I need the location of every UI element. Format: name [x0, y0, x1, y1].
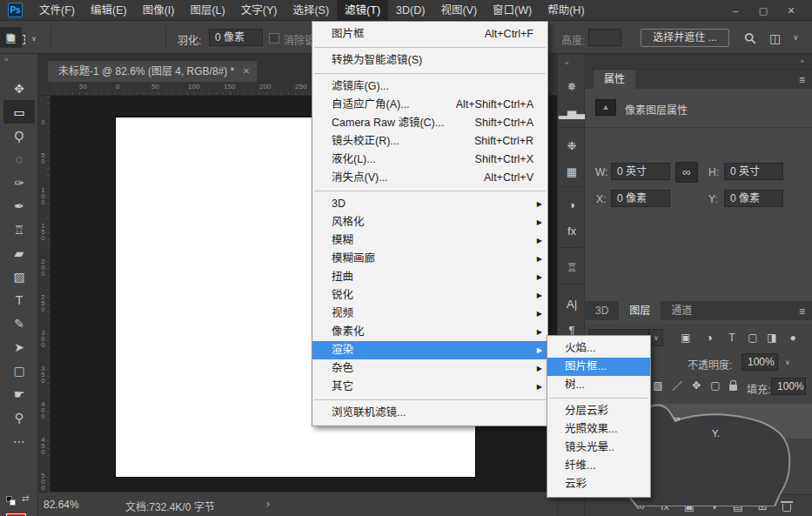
status-chevron-icon[interactable]: › — [266, 498, 270, 510]
panel-icon[interactable]: ▂▅▃ — [558, 101, 586, 124]
menu-item[interactable] — [312, 70, 547, 77]
tool-button[interactable]: ✑ — [3, 171, 35, 194]
fill-input[interactable]: 100% — [771, 378, 806, 395]
layers-tab[interactable]: 通道 — [661, 301, 702, 320]
tool-button[interactable]: ▰ — [3, 241, 35, 265]
layer-filter-icon[interactable]: ◑ — [700, 329, 719, 346]
layer-filter-icon[interactable]: T — [722, 329, 742, 346]
panel-icon[interactable]: ♖ — [558, 256, 586, 278]
layer-filter-icon[interactable]: ▣ — [676, 329, 695, 346]
menu-item[interactable]: 视频 ▶ — [312, 305, 547, 323]
tool-button[interactable]: ⋯ — [3, 429, 35, 452]
menu-item[interactable] — [312, 187, 547, 195]
panel-icon[interactable]: ◑ — [558, 193, 586, 216]
menubar-item[interactable]: 文件(F) — [31, 0, 83, 21]
menubar-item[interactable]: 窗口(W) — [485, 0, 540, 21]
search-icon[interactable]: ⚲ — [740, 29, 761, 50]
height-input[interactable]: 0 英寸 — [724, 163, 783, 180]
close-button[interactable]: ✕ — [777, 0, 805, 21]
x-input[interactable]: 0 像素 — [611, 190, 670, 207]
submenu-item[interactable]: 树... — [547, 376, 650, 394]
menu-item[interactable]: Camera Raw 滤镜(C)... Shift+Ctrl+A — [312, 114, 547, 132]
height-input[interactable] — [588, 29, 621, 46]
properties-menu-icon[interactable]: ≡ — [799, 74, 805, 86]
menubar-item[interactable]: 文字(Y) — [233, 0, 285, 21]
panel-icon[interactable]: ▦ — [558, 160, 586, 183]
layer-filter-icon[interactable]: ◨ — [762, 329, 782, 346]
menu-item[interactable]: 模糊 ▶ — [312, 231, 547, 250]
menu-item[interactable]: 转换为智能滤镜(S) — [312, 51, 547, 70]
menu-item[interactable] — [312, 44, 547, 51]
menu-item[interactable]: 液化(L)... Shift+Ctrl+X — [312, 151, 547, 169]
menu-item[interactable]: 滤镜库(G)... — [312, 77, 547, 96]
dock-collapse-icon[interactable]: » — [801, 57, 803, 65]
lock-option-icon[interactable]: ✥ — [688, 378, 705, 393]
panel-icon[interactable]: A| — [558, 292, 586, 315]
tab-close-icon[interactable]: ✕ — [243, 61, 250, 82]
tool-button[interactable]: ▭ — [3, 100, 35, 124]
strip-expand-icon[interactable]: « — [565, 59, 567, 67]
width-input[interactable]: 0 英寸 — [611, 163, 670, 180]
menu-item[interactable]: 扭曲 ▶ — [312, 268, 547, 286]
antialias-checkbox[interactable] — [269, 33, 279, 44]
layer-filter-icon[interactable]: ▢ — [743, 329, 762, 346]
menubar-item[interactable]: 编辑(E) — [83, 0, 135, 21]
menu-item[interactable] — [312, 396, 547, 404]
panel-icon[interactable]: fx — [558, 219, 586, 242]
menubar-item[interactable]: 滤镜(T) — [337, 0, 388, 21]
menubar-item[interactable]: 帮助(H) — [540, 0, 592, 21]
layer-filter-icon[interactable]: ● — [783, 329, 802, 346]
layers-tab[interactable]: 3D — [585, 301, 619, 320]
menu-item[interactable]: 镜头校正(R)... Shift+Ctrl+R — [312, 132, 547, 151]
submenu-item[interactable]: 火焰... — [547, 339, 650, 358]
menu-item[interactable]: 消失点(V)... Alt+Ctrl+V — [312, 169, 547, 187]
menubar-item[interactable]: 视图(V) — [433, 0, 485, 21]
tool-button[interactable]: ⚲ — [3, 405, 35, 429]
tool-button[interactable]: ➤ — [3, 335, 35, 359]
menu-item[interactable]: 杂色 ▶ — [312, 359, 547, 378]
maximize-button[interactable]: ▢ — [749, 0, 777, 21]
lock-option-icon[interactable]: ▢ — [707, 378, 724, 393]
menu-item[interactable]: 风格化 ▶ — [312, 213, 547, 231]
menu-item[interactable]: 锐化 ▶ — [312, 286, 547, 305]
tool-button[interactable]: ▨ — [3, 265, 35, 288]
lock-option-icon[interactable]: ／ — [668, 378, 686, 393]
opacity-chevron-icon[interactable]: ∨ — [785, 359, 790, 366]
tool-button[interactable]: ♖ — [3, 218, 35, 241]
feather-input[interactable]: 0 像素 — [209, 29, 263, 46]
y-input[interactable]: 0 像素 — [724, 190, 783, 207]
menubar-item[interactable]: 图像(I) — [135, 0, 183, 21]
layers-tab[interactable]: 图层 — [619, 301, 661, 320]
submenu-item[interactable]: 镜头光晕.. — [547, 439, 650, 457]
menu-item[interactable]: 像素化 ▶ — [312, 323, 547, 341]
menubar-item[interactable]: 选择(S) — [285, 0, 337, 21]
tool-button[interactable]: ☛ — [3, 382, 35, 405]
lock-option-icon[interactable]: ▨ — [649, 378, 667, 393]
filter-chevron-icon[interactable]: ∨ — [649, 329, 663, 346]
menubar-item[interactable]: 图层(L) — [182, 0, 232, 21]
menu-item[interactable]: 3D ▶ — [312, 195, 547, 213]
tab-properties[interactable]: 属性 — [594, 70, 635, 89]
options-chevron-icon[interactable]: ∨ — [793, 33, 799, 42]
panel-icon[interactable]: ✵ — [558, 75, 586, 97]
opacity-input[interactable]: 100% — [742, 353, 778, 371]
menu-item[interactable]: 模糊画廊 ▶ — [312, 250, 547, 268]
menu-item[interactable]: 其它 ▶ — [312, 378, 547, 396]
submenu-item[interactable]: 云彩 — [547, 475, 650, 493]
tool-button[interactable]: T — [3, 288, 35, 312]
submenu-item[interactable]: 图片框... — [547, 358, 650, 376]
tool-button[interactable]: Ϙ — [3, 124, 35, 147]
menu-item[interactable]: 自适应广角(A)... Alt+Shift+Ctrl+A — [312, 96, 547, 114]
menubar-item[interactable]: 3D(D) — [388, 0, 433, 21]
tool-button[interactable]: ◌ — [3, 147, 35, 171]
tool-button[interactable]: ✒ — [3, 194, 35, 218]
link-dimensions-icon[interactable]: ∞ — [675, 162, 698, 183]
menu-item[interactable]: 图片框 Alt+Ctrl+F — [312, 25, 547, 44]
default-colors-icon[interactable] — [6, 496, 17, 506]
toolbar-collapse-icon[interactable]: » — [4, 56, 7, 64]
tool-button[interactable]: ▢ — [3, 359, 35, 382]
selection-mode-button[interactable]: ▣ — [0, 27, 22, 48]
panel-icon[interactable]: ❉ — [558, 134, 586, 157]
menu-item[interactable]: 浏览联机滤镜... — [312, 404, 547, 422]
menu-item[interactable]: 渲染 ▶ — [312, 341, 547, 359]
